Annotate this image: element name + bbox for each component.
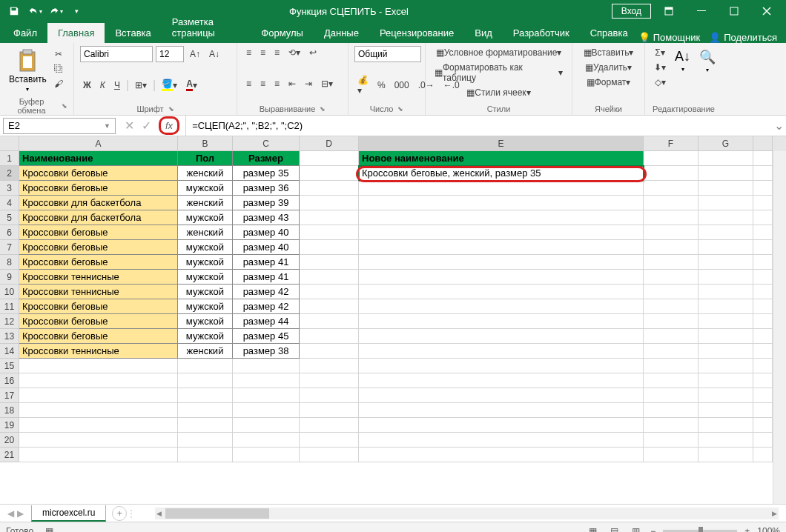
- find-select-icon[interactable]: 🔍▾: [696, 46, 719, 89]
- cell[interactable]: размер 40: [233, 225, 300, 240]
- currency-icon[interactable]: 💰▾: [354, 73, 371, 97]
- format-table-button[interactable]: ▦ Форматировать как таблицу ▾: [432, 61, 566, 84]
- percent-icon[interactable]: %: [374, 79, 389, 92]
- cell[interactable]: Кроссовки для баскетбола: [19, 196, 178, 210]
- horizontal-scrollbar[interactable]: ◀ ▶: [155, 508, 779, 519]
- cell[interactable]: [644, 329, 699, 344]
- cell[interactable]: [359, 388, 644, 403]
- row-header[interactable]: 2: [0, 166, 19, 181]
- cell[interactable]: размер 42: [233, 285, 300, 299]
- cell[interactable]: [233, 448, 300, 462]
- cell[interactable]: Новое наименование: [359, 151, 644, 166]
- cell[interactable]: размер 45: [233, 329, 300, 344]
- cell[interactable]: [178, 448, 233, 462]
- fill-icon[interactable]: ⬇▾: [651, 61, 669, 74]
- cell[interactable]: [300, 151, 359, 166]
- cell[interactable]: мужской: [178, 270, 233, 285]
- cell[interactable]: мужской: [178, 285, 233, 299]
- cancel-formula-icon[interactable]: ✕: [125, 119, 134, 133]
- row-header[interactable]: 9: [0, 270, 19, 285]
- clipboard-launcher-icon[interactable]: ⬊: [62, 102, 67, 110]
- cell[interactable]: женский: [178, 166, 233, 181]
- row-header[interactable]: 12: [0, 314, 19, 329]
- cell[interactable]: размер 41: [233, 255, 300, 270]
- row-header[interactable]: 3: [0, 181, 19, 196]
- align-right-icon[interactable]: ≡: [271, 77, 283, 90]
- fill-color-icon[interactable]: 🪣▾: [159, 77, 180, 93]
- cell[interactable]: размер 36: [233, 181, 300, 196]
- cell[interactable]: [359, 373, 644, 388]
- cell-styles-button[interactable]: ▦ Стили ячеек ▾: [432, 86, 566, 99]
- font-launcher-icon[interactable]: ⬊: [168, 105, 174, 113]
- cell[interactable]: [644, 373, 699, 388]
- enter-formula-icon[interactable]: ✓: [142, 119, 151, 133]
- cell[interactable]: [233, 359, 300, 373]
- row-header[interactable]: 13: [0, 329, 19, 344]
- cell[interactable]: [753, 329, 773, 344]
- cell[interactable]: [300, 359, 359, 373]
- cell[interactable]: размер 44: [233, 314, 300, 329]
- align-left-icon[interactable]: ≡: [243, 77, 254, 90]
- cell[interactable]: [233, 433, 300, 448]
- qat-customize-icon[interactable]: ▾: [67, 1, 86, 21]
- conditional-format-button[interactable]: ▦ Условное форматирование ▾: [432, 46, 566, 59]
- cell[interactable]: Кроссовки беговые: [19, 181, 178, 196]
- cell[interactable]: женский: [178, 225, 233, 240]
- cell[interactable]: [644, 240, 699, 255]
- cell[interactable]: [753, 210, 773, 225]
- italic-button[interactable]: К: [97, 79, 108, 92]
- cell[interactable]: [753, 255, 773, 270]
- cell[interactable]: [359, 299, 644, 314]
- align-middle-icon[interactable]: ≡: [257, 46, 268, 59]
- cell[interactable]: [644, 388, 699, 403]
- cell[interactable]: [178, 373, 233, 388]
- row-header[interactable]: 10: [0, 285, 19, 299]
- cut-icon[interactable]: ✂: [51, 47, 66, 61]
- row-header[interactable]: 14: [0, 344, 19, 359]
- tab-review[interactable]: Рецензирование: [369, 23, 464, 43]
- tell-me-button[interactable]: 💡Помощник: [638, 32, 701, 43]
- cell[interactable]: [753, 359, 773, 373]
- cell[interactable]: [359, 181, 644, 196]
- cell[interactable]: [178, 418, 233, 433]
- sheet-nav-prev-icon[interactable]: ◀: [7, 508, 14, 519]
- cell[interactable]: [644, 314, 699, 329]
- minimize-icon[interactable]: [687, 0, 716, 22]
- cell[interactable]: [699, 359, 753, 373]
- zoom-slider[interactable]: [663, 530, 737, 533]
- cell[interactable]: мужской: [178, 329, 233, 344]
- cell[interactable]: [699, 388, 753, 403]
- tab-insert[interactable]: Вставка: [105, 23, 161, 43]
- cell[interactable]: [300, 210, 359, 225]
- cell[interactable]: [753, 388, 773, 403]
- cell[interactable]: женский: [178, 196, 233, 210]
- cell[interactable]: [644, 210, 699, 225]
- cell[interactable]: [699, 225, 753, 240]
- cell[interactable]: размер 38: [233, 344, 300, 359]
- cell[interactable]: [19, 373, 178, 388]
- cell[interactable]: [233, 388, 300, 403]
- cell[interactable]: [300, 344, 359, 359]
- col-header[interactable]: A: [19, 136, 178, 151]
- chevron-down-icon[interactable]: ▼: [104, 122, 110, 130]
- paste-button[interactable]: Вставить ▾: [6, 46, 50, 96]
- cell[interactable]: мужской: [178, 240, 233, 255]
- cell[interactable]: [699, 299, 753, 314]
- cell[interactable]: [233, 373, 300, 388]
- add-sheet-button[interactable]: +: [112, 506, 127, 521]
- cell[interactable]: [644, 285, 699, 299]
- cell[interactable]: [753, 314, 773, 329]
- sort-filter-icon[interactable]: A↓▾: [672, 46, 693, 89]
- cell[interactable]: [178, 433, 233, 448]
- row-header[interactable]: 1: [0, 151, 19, 166]
- tab-view[interactable]: Вид: [464, 23, 503, 43]
- cell[interactable]: Кроссовки беговые, женский, размер 35: [359, 166, 644, 181]
- cell[interactable]: [233, 403, 300, 418]
- tab-data[interactable]: Данные: [314, 23, 369, 43]
- cell[interactable]: [644, 255, 699, 270]
- cell[interactable]: [644, 448, 699, 462]
- cell[interactable]: Кроссовки для баскетбола: [19, 210, 178, 225]
- cell[interactable]: [699, 151, 753, 166]
- cell[interactable]: Кроссовки беговые: [19, 255, 178, 270]
- cell[interactable]: [300, 418, 359, 433]
